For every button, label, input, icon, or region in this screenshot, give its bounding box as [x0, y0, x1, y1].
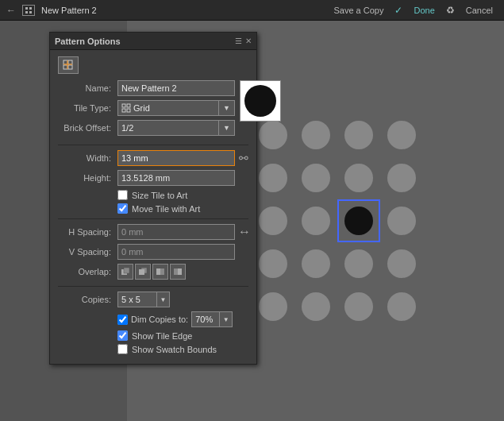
checkmark-icon: ✓: [394, 5, 402, 16]
overlap-btn-1[interactable]: [117, 264, 133, 280]
dot-cell: [383, 116, 421, 154]
show-swatch-bounds-checkbox[interactable]: [117, 344, 128, 354]
overlap-label: Overlap:: [58, 267, 117, 276]
show-tile-edge-label: Show Tile Edge: [132, 331, 192, 341]
dot-cell: [383, 288, 421, 326]
dot-cell: [383, 159, 421, 197]
panel-close-icon[interactable]: ✕: [245, 37, 252, 45]
link-icon[interactable]: ⚯: [238, 150, 248, 166]
dot: [387, 249, 416, 278]
dot: [387, 164, 416, 192]
panel-menu-icon[interactable]: ☰: [235, 37, 242, 45]
tile-icon-row: [58, 56, 248, 74]
svg-rect-13: [127, 109, 130, 112]
dot-cell: [254, 202, 292, 240]
dot: [387, 292, 416, 321]
svg-rect-12: [122, 109, 125, 112]
svg-rect-7: [68, 65, 72, 69]
overlap-btn-2[interactable]: [135, 264, 151, 280]
svg-rect-20: [174, 268, 178, 275]
dot-cell: [340, 116, 378, 154]
grid-pattern-icon: [25, 6, 33, 14]
tile-preview-dot: [244, 85, 276, 117]
tile-type-dropdown-btn[interactable]: ▼: [219, 100, 235, 116]
svg-rect-5: [68, 60, 72, 64]
dim-copies-checkbox[interactable]: [117, 315, 128, 325]
h-spacing-row: H Spacing: ↔: [58, 224, 248, 240]
save-copy-button[interactable]: Save a Copy: [329, 4, 388, 17]
overlap-icon-3: [156, 267, 165, 276]
move-tile-checkbox[interactable]: [117, 203, 128, 214]
dot-cell: [254, 245, 292, 283]
dot-cell: [297, 202, 335, 240]
dot-cell: [340, 202, 378, 240]
pattern-title: New Pattern 2: [41, 6, 97, 15]
dot-cell: [297, 288, 335, 326]
dot-cell: [297, 159, 335, 197]
dot: [259, 249, 287, 278]
done-button[interactable]: Done: [409, 4, 439, 17]
cancel-icon: ♻: [446, 5, 455, 16]
back-icon: ←: [6, 5, 16, 16]
tile-type-dropdown: Grid ▼: [117, 100, 235, 116]
pattern-options-panel: Pattern Options ☰ ✕: [49, 32, 257, 365]
height-input[interactable]: [117, 170, 235, 186]
name-col: Name: Tile Type:: [58, 80, 235, 140]
overlap-icon-4: [173, 267, 183, 276]
name-input[interactable]: [117, 80, 235, 96]
cancel-button[interactable]: Cancel: [461, 4, 498, 17]
dot: [302, 164, 330, 192]
show-tile-edge-checkbox[interactable]: [117, 330, 128, 341]
svg-rect-21: [178, 268, 182, 275]
h-spacing-label: H Spacing:: [58, 227, 117, 237]
top-bar: ← New Pattern 2 Save a Copy ✓ Done ♻ Can…: [0, 0, 504, 21]
panel-title: Pattern Options: [55, 37, 121, 46]
dim-copies-dropdown-btn[interactable]: ▼: [220, 311, 233, 327]
panel-body: Name: Tile Type:: [50, 50, 256, 364]
size-tile-checkbox[interactable]: [117, 190, 128, 200]
tile-icon-button[interactable]: [58, 56, 79, 74]
dot: [387, 121, 416, 149]
svg-rect-17: [139, 269, 144, 275]
overlap-icon-2: [138, 267, 148, 276]
move-tile-label: Move Tile with Art: [132, 204, 200, 214]
show-swatch-bounds-row: Show Swatch Bounds: [117, 344, 248, 354]
svg-rect-6: [63, 65, 67, 69]
brick-offset-dropdown-btn[interactable]: ▼: [219, 120, 235, 136]
tile-type-row: Tile Type: Grid ▼: [58, 100, 235, 116]
dim-copies-label: Dim Copies to:: [131, 315, 188, 324]
v-spacing-input[interactable]: [117, 244, 235, 260]
dot-cell: [254, 159, 292, 197]
svg-rect-0: [25, 7, 28, 10]
dot: [259, 292, 287, 321]
name-label: Name:: [58, 83, 117, 93]
brick-offset-label: Brick Offset:: [58, 123, 117, 133]
show-swatch-bounds-label: Show Swatch Bounds: [132, 345, 217, 354]
overlap-row: Overlap:: [58, 264, 248, 280]
name-form-row: Name:: [58, 80, 235, 96]
dot-cell: [383, 245, 421, 283]
panel-title-icons: ☰ ✕: [235, 37, 252, 45]
dot: [302, 121, 330, 149]
dot: [344, 292, 373, 321]
copies-row: Copies: 5 x 5 ▼: [58, 292, 248, 307]
copies-select-wrap: 5 x 5 ▼: [117, 292, 170, 307]
dot-cell: [254, 116, 292, 154]
dot: [259, 164, 287, 192]
dot: [344, 164, 373, 192]
width-row: Width: ⚯: [58, 150, 248, 166]
dot-cell: [297, 245, 335, 283]
dot: [302, 249, 330, 278]
dot: [259, 121, 287, 149]
copies-dropdown-btn[interactable]: ▼: [157, 292, 170, 307]
svg-rect-3: [29, 11, 32, 14]
dot: [344, 207, 373, 235]
h-v-link-icon[interactable]: ↔: [238, 224, 251, 240]
brick-offset-row: Brick Offset: 1/2 ▼: [58, 120, 235, 136]
divider-3: [58, 286, 248, 287]
h-spacing-input[interactable]: [117, 224, 235, 240]
overlap-btn-3[interactable]: [152, 264, 168, 280]
width-input[interactable]: [117, 150, 235, 166]
svg-rect-4: [63, 60, 67, 64]
overlap-btn-4[interactable]: [170, 264, 186, 280]
